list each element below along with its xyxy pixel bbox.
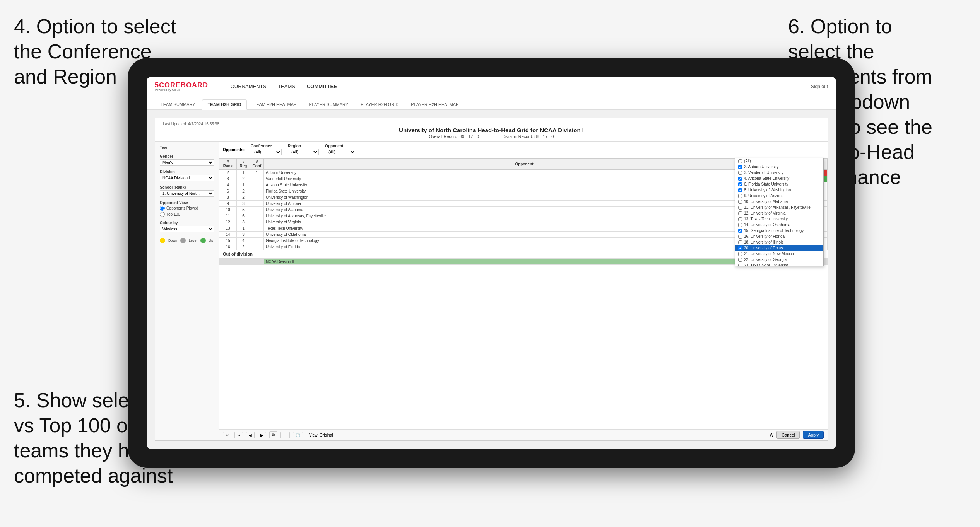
panel-body: Team Gender Men's Division NCAA Division… xyxy=(155,142,828,440)
apply-button[interactable]: Apply xyxy=(803,431,824,439)
toolbar: ↩ ↪ ◀ ▶ ⧉ ⋯ 🕐 View: Original W Cancel Ap… xyxy=(219,429,828,440)
td-conf xyxy=(250,176,264,182)
dropdown-checkbox[interactable] xyxy=(738,235,742,239)
school-section: School (Rank) 1. University of Nort... xyxy=(160,185,214,197)
dropdown-item[interactable]: 22. University of Georgia xyxy=(735,257,823,263)
overall-record: Overall Record: 89 - 17 - 0 xyxy=(429,134,479,139)
dropdown-checkbox[interactable] xyxy=(738,165,742,169)
dropdown-item[interactable]: 15. Georgia Institute of Technology xyxy=(735,228,823,234)
dropdown-checkbox[interactable] xyxy=(738,223,742,227)
dropdown-checkbox[interactable] xyxy=(738,177,742,181)
colour-by-section: Colour by Win/loss xyxy=(160,221,214,232)
dropdown-item[interactable]: 2. Auburn University xyxy=(735,164,823,170)
toolbar-forward[interactable]: ▶ xyxy=(258,432,266,438)
dropdown-item[interactable]: 9. University of Arizona xyxy=(735,193,823,199)
dropdown-checkbox[interactable] xyxy=(738,217,742,221)
td-rank: 8 xyxy=(219,194,237,201)
division-section: Division NCAA Division I xyxy=(160,170,214,181)
dropdown-checkbox[interactable] xyxy=(738,252,742,256)
colour-by-select[interactable]: Win/loss xyxy=(160,226,214,232)
conference-filter: Conference (All) xyxy=(251,144,282,155)
sign-out[interactable]: Sign out xyxy=(811,84,828,89)
dropdown-item[interactable]: 10. University of Alabama xyxy=(735,199,823,205)
dropdown-checkbox[interactable] xyxy=(738,159,742,163)
radio-top100-input[interactable] xyxy=(160,212,165,217)
dropdown-item[interactable]: 11. University of Arkansas, Fayetteville xyxy=(735,205,823,210)
dropdown-item[interactable]: 4. Arizona State University xyxy=(735,176,823,181)
dropdown-item-label: 21. University of New Mexico xyxy=(744,252,794,256)
dropdown-checkbox[interactable] xyxy=(738,194,742,198)
dropdown-item-label: 11. University of Arkansas, Fayetteville xyxy=(744,205,811,210)
th-opponent: Opponent xyxy=(264,159,785,170)
dropdown-item[interactable]: 23. Texas A&M University xyxy=(735,263,823,266)
tab-team-summary[interactable]: TEAM SUMMARY xyxy=(155,99,201,109)
opponent-dropdown[interactable]: (All)2. Auburn University3. Vanderbilt U… xyxy=(735,158,824,266)
cancel-button[interactable]: Cancel xyxy=(776,431,800,439)
td-opponent: University of Virginia xyxy=(264,219,785,225)
td-rank: 15 xyxy=(219,238,237,244)
dropdown-item-label: 4. Arizona State University xyxy=(744,176,789,181)
dropdown-item[interactable]: 16. University of Florida xyxy=(735,234,823,239)
dropdown-item[interactable]: 20. University of Texas xyxy=(735,245,823,251)
nav-committee[interactable]: COMMITTEE xyxy=(307,84,337,89)
region-select[interactable]: (All) xyxy=(288,149,319,155)
dropdown-item[interactable]: 6. Florida State University xyxy=(735,181,823,187)
dropdown-item-label: 18. University of Illinois xyxy=(744,240,783,244)
toolbar-undo[interactable]: ↩ xyxy=(223,432,231,438)
toolbar-more[interactable]: ⋯ xyxy=(280,432,290,438)
division-select[interactable]: NCAA Division I xyxy=(160,175,214,181)
od-reg xyxy=(237,259,250,265)
nav-tournaments[interactable]: TOURNAMENTS xyxy=(227,84,266,89)
tab-team-h2h-grid[interactable]: TEAM H2H GRID xyxy=(202,99,247,110)
dropdown-checkbox[interactable] xyxy=(738,240,742,244)
dropdown-checkbox[interactable] xyxy=(738,258,742,262)
td-reg: 2 xyxy=(237,176,250,182)
td-rank: 9 xyxy=(219,201,237,207)
toolbar-back[interactable]: ◀ xyxy=(246,432,255,438)
dropdown-checkbox[interactable] xyxy=(738,246,742,250)
td-opponent: University of Florida xyxy=(264,244,785,250)
team-label: Team xyxy=(160,145,214,150)
dropdown-checkbox[interactable] xyxy=(738,171,742,175)
dropdown-item-label: 10. University of Alabama xyxy=(744,200,788,204)
tab-player-h2h-grid[interactable]: PLAYER H2H GRID xyxy=(355,99,404,109)
dropdown-checkbox[interactable] xyxy=(738,211,742,215)
nav-teams[interactable]: TEAMS xyxy=(278,84,295,89)
tab-player-h2h-heatmap[interactable]: PLAYER H2H HEATMAP xyxy=(405,99,464,109)
dropdown-item[interactable]: 3. Vanderbilt University xyxy=(735,170,823,176)
dropdown-item[interactable]: 18. University of Illinois xyxy=(735,239,823,245)
dropdown-checkbox[interactable] xyxy=(738,182,742,186)
gender-select[interactable]: Men's xyxy=(160,159,214,166)
school-select[interactable]: 1. University of Nort... xyxy=(160,190,214,197)
dropdown-checkbox[interactable] xyxy=(738,206,742,210)
td-conf xyxy=(250,232,264,238)
dropdown-checkbox[interactable] xyxy=(738,264,742,266)
td-conf xyxy=(250,238,264,244)
dropdown-item[interactable]: 21. University of New Mexico xyxy=(735,251,823,257)
radio-top100[interactable]: Top 100 xyxy=(160,212,214,217)
main-content: Last Updated: 4/7/2024 16:55:38 Universi… xyxy=(147,110,836,449)
dropdown-item[interactable]: 12. University of Virginia xyxy=(735,210,823,216)
dropdown-item[interactable]: 13. Texas Tech University xyxy=(735,216,823,222)
conference-select[interactable]: (All) xyxy=(251,149,282,155)
dropdown-checkbox[interactable] xyxy=(738,188,742,192)
td-reg: 2 xyxy=(237,194,250,201)
radio-opponents-played-label: Opponents Played xyxy=(166,206,198,210)
opponent-select[interactable]: (All) xyxy=(325,149,356,155)
dropdown-item[interactable]: (All) xyxy=(735,158,823,164)
dropdown-item[interactable]: 8. University of Washington xyxy=(735,187,823,193)
toolbar-clock[interactable]: 🕐 xyxy=(293,432,303,438)
dropdown-checkbox[interactable] xyxy=(738,229,742,233)
toolbar-copy[interactable]: ⧉ xyxy=(269,431,277,438)
td-opponent: Texas Tech University xyxy=(264,225,785,232)
radio-opponents-played[interactable]: Opponents Played xyxy=(160,206,214,211)
dropdown-checkbox[interactable] xyxy=(738,200,742,204)
tab-player-summary[interactable]: PLAYER SUMMARY xyxy=(303,99,354,109)
color-dot-up xyxy=(200,238,206,243)
toolbar-redo[interactable]: ↪ xyxy=(234,432,243,438)
td-rank: 11 xyxy=(219,213,237,219)
td-opponent: Vanderbilt University xyxy=(264,176,785,182)
tab-team-h2h-heatmap[interactable]: TEAM H2H HEATMAP xyxy=(248,99,302,109)
dropdown-item[interactable]: 14. University of Oklahoma xyxy=(735,222,823,228)
radio-opponents-played-input[interactable] xyxy=(160,206,165,211)
